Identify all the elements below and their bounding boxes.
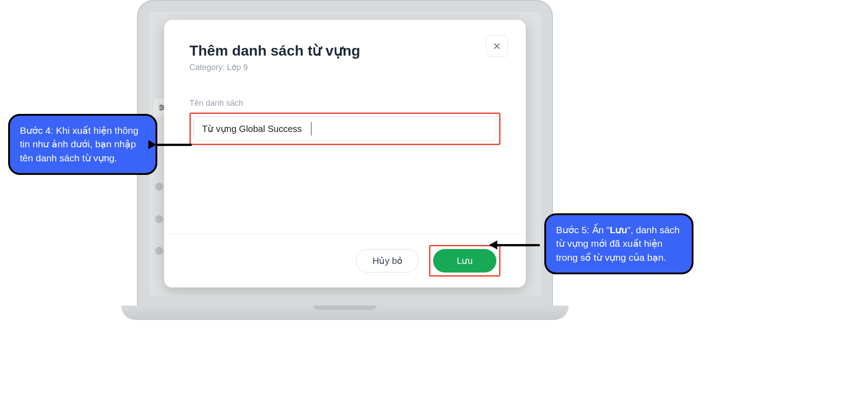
laptop-screen-frame: Thêm danh sách từ vựng Category: Lớp 9 T… bbox=[137, 0, 553, 307]
modal-footer: Hủy bỏ Lưu bbox=[164, 234, 526, 287]
callout-step5-prefix: Bước 5: Ấn " bbox=[556, 225, 610, 235]
callout-step5: Bước 5: Ấn "Lưu", danh sách từ vựng mới … bbox=[544, 213, 693, 274]
callout-step5-bold: Lưu bbox=[610, 225, 627, 235]
modal-category: Category: Lớp 9 bbox=[189, 62, 500, 72]
close-icon bbox=[493, 42, 501, 50]
laptop-mockup: Thêm danh sách từ vựng Category: Lớp 9 T… bbox=[121, 0, 569, 330]
listname-label: Tên danh sách bbox=[189, 99, 500, 108]
app-viewport: Thêm danh sách từ vựng Category: Lớp 9 T… bbox=[149, 12, 541, 296]
cancel-button[interactable]: Hủy bỏ bbox=[356, 249, 419, 273]
laptop-base bbox=[121, 306, 569, 320]
listname-input[interactable] bbox=[193, 117, 496, 141]
modal-header: Thêm danh sách từ vựng Category: Lớp 9 bbox=[164, 20, 526, 80]
add-vocab-modal: Thêm danh sách từ vựng Category: Lớp 9 T… bbox=[164, 20, 526, 287]
callout-step4-text: Bước 4: Khi xuất hiện thông tin như ảnh … bbox=[20, 125, 138, 163]
modal-title: Thêm danh sách từ vựng bbox=[189, 42, 500, 60]
callout-step4: Bước 4: Khi xuất hiện thông tin như ảnh … bbox=[8, 114, 157, 175]
text-caret bbox=[311, 122, 311, 136]
highlight-input bbox=[189, 113, 500, 145]
modal-body: Tên danh sách bbox=[164, 80, 526, 234]
close-button[interactable] bbox=[486, 35, 508, 57]
save-button[interactable]: Lưu bbox=[433, 249, 496, 273]
highlight-save: Lưu bbox=[429, 245, 500, 277]
